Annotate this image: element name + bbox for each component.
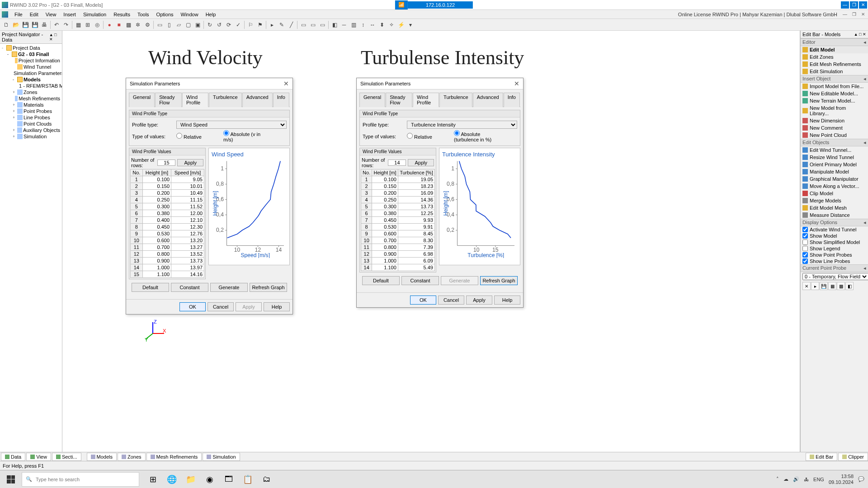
print-icon[interactable]: 🖶	[40, 20, 49, 29]
target-icon[interactable]: ◎	[93, 20, 102, 29]
misc5-icon[interactable]: ↔	[368, 20, 377, 29]
sel3-icon[interactable]: ▭	[318, 20, 327, 29]
rotate2-icon[interactable]: ↺	[215, 20, 224, 29]
bottom-tab[interactable]: Secti...	[52, 453, 81, 461]
editbar-item[interactable]: Orient Primary Model	[801, 161, 868, 168]
rows-input[interactable]	[388, 160, 406, 166]
tree-item[interactable]: 1 - RFEM/RSTAB Mo	[1, 83, 61, 89]
dlg-foot-apply[interactable]: Apply	[466, 296, 492, 305]
app3-icon[interactable]: 🗂	[258, 470, 276, 488]
bottom-tab[interactable]: Models	[87, 453, 117, 461]
grid-icon[interactable]: ▦	[74, 20, 83, 29]
dlg-tab[interactable]: Turbulence	[439, 93, 472, 107]
dlg-btn-refresh-graph[interactable]: Refresh Graph	[250, 283, 287, 292]
save-icon[interactable]: 💾	[21, 20, 30, 29]
editbar-section[interactable]: Edit Objects◂	[801, 139, 868, 146]
radio-absolute[interactable]	[223, 130, 229, 136]
nav-tree[interactable]: -Project Data-G2 - 03 FinallProject Info…	[0, 44, 62, 469]
rotate1-icon[interactable]: ↻	[205, 20, 214, 29]
mdi-close-button[interactable]: ✕	[859, 1, 867, 9]
dlg-tab[interactable]: Info	[273, 93, 289, 107]
tree-item[interactable]: Mesh Refinements	[1, 95, 61, 102]
tray-clock[interactable]: 13:58 09.10.2024	[829, 474, 854, 484]
probe-tool-icon[interactable]: ▸	[811, 282, 819, 290]
dlg-btn-default[interactable]: Default	[362, 276, 400, 285]
flag2-icon[interactable]: ⚑	[255, 20, 264, 29]
saveall-icon[interactable]: 💾	[30, 20, 39, 29]
radio-absolute[interactable]	[454, 130, 460, 136]
dlg-btn-constant[interactable]: Constant	[401, 276, 439, 285]
mesh-icon[interactable]: ▩	[124, 20, 133, 29]
misc3-icon[interactable]: ▥	[349, 20, 358, 29]
dlg-tab[interactable]: Advanced	[473, 93, 503, 107]
editbar-item[interactable]: Resize Wind Tunnel	[801, 154, 868, 161]
menu-tools[interactable]: Tools	[134, 11, 153, 18]
radio-relative[interactable]	[176, 133, 182, 139]
app1-icon[interactable]: 🗔	[220, 470, 238, 488]
explorer-icon[interactable]: 📁	[182, 470, 200, 488]
point-probe-select[interactable]: 0 - Temporary, Flow Field	[802, 273, 868, 280]
probe-tool-icon[interactable]: ▦	[828, 282, 836, 290]
dlg-foot-help[interactable]: Help	[494, 296, 520, 305]
dlg-tab[interactable]: General	[359, 93, 385, 107]
taskbar-search[interactable]: 🔍 Type here to search	[22, 472, 139, 487]
editbar-check[interactable]: Activate Wind Tunnel	[801, 226, 868, 233]
editbar-check[interactable]: Show Line Probes	[801, 258, 868, 264]
mdi-restore-button[interactable]: ❐	[850, 1, 858, 9]
apply-rows-button[interactable]: Apply	[408, 159, 434, 166]
editbar-item[interactable]: Merge Models	[801, 197, 868, 204]
editbar-item[interactable]: Edit Simulation	[801, 68, 868, 75]
menu-edit[interactable]: Edit	[26, 11, 42, 18]
dlg-tab[interactable]: Turbulence	[209, 93, 242, 107]
editbar-item[interactable]: Edit Model	[801, 46, 868, 53]
misc4-icon[interactable]: ↕	[359, 20, 368, 29]
edge-icon[interactable]: 🌐	[163, 470, 181, 488]
editbar-item[interactable]: New Editable Model...	[801, 90, 868, 97]
dlg-close-icon[interactable]: ✕	[283, 80, 289, 87]
editbar-check[interactable]: Show Simplified Model	[801, 239, 868, 245]
editbar-check[interactable]: Show Point Probes	[801, 252, 868, 258]
rotate3-icon[interactable]: ⟳	[224, 20, 233, 29]
data-table[interactable]: No.Height [m]Turbulence [%]10.10019.0520…	[361, 169, 435, 271]
menu-view[interactable]: View	[42, 11, 60, 18]
editbar-check[interactable]: Show Model	[801, 233, 868, 239]
editbar-item[interactable]: Manipulate Model	[801, 168, 868, 175]
rows-input[interactable]	[157, 160, 175, 166]
editbar-section[interactable]: Display Options◂	[801, 219, 868, 226]
dlg-btn-constant[interactable]: Constant	[171, 283, 208, 292]
bottom-tab[interactable]: Data	[1, 453, 25, 461]
child-close-button[interactable]: ✕	[860, 11, 866, 18]
menu-window[interactable]: Window	[177, 11, 202, 18]
editbar-item[interactable]: New Point Cloud	[801, 131, 868, 139]
tree-item[interactable]: -Models	[1, 76, 61, 83]
misc2-icon[interactable]: ─	[340, 20, 349, 29]
tree-item[interactable]: +Materials	[1, 102, 61, 108]
dlg-foot-cancel[interactable]: Cancel	[438, 296, 464, 305]
tray-lang[interactable]: ENG	[813, 477, 824, 482]
bottom-tab[interactable]: Clipper	[838, 453, 868, 461]
chrome-icon[interactable]: ◉	[201, 470, 219, 488]
mdi-minimize-button[interactable]: —	[841, 1, 849, 9]
tray-volume-icon[interactable]: 🔊	[793, 476, 799, 482]
editbar-section[interactable]: Editor◂	[801, 38, 868, 46]
menu-results[interactable]: Results	[110, 11, 134, 18]
tray-cloud-icon[interactable]: ☁	[783, 476, 788, 482]
editbar-item[interactable]: Graphical Manipulator	[801, 175, 868, 183]
profile-type-select[interactable]: Wind Speed	[176, 121, 287, 129]
dlg-tab[interactable]: Info	[504, 93, 520, 107]
start-button[interactable]	[0, 470, 22, 488]
dlg-tab[interactable]: Steady Flow	[386, 93, 412, 107]
menu-file[interactable]: File	[11, 11, 26, 18]
data-table[interactable]: No.Height [m]Speed [m/s]10.1009.0520.150…	[130, 169, 204, 278]
tree-item[interactable]: Point Clouds	[1, 121, 61, 127]
dlg-tab[interactable]: Wind Profile	[182, 93, 208, 107]
nav-pin-icon[interactable]: ▲ □ ✕	[49, 33, 60, 42]
pen-icon[interactable]: ✎	[277, 20, 286, 29]
tray-network-icon[interactable]: 🖧	[804, 477, 809, 482]
dlg-foot-help[interactable]: Help	[264, 302, 290, 311]
dlg-tab[interactable]: Steady Flow	[155, 93, 182, 107]
rec-icon[interactable]: ●	[105, 20, 114, 29]
dlg-tab[interactable]: Advanced	[242, 93, 273, 107]
tree-item[interactable]: +Point Probes	[1, 108, 61, 114]
view5-icon[interactable]: ▣	[193, 20, 202, 29]
